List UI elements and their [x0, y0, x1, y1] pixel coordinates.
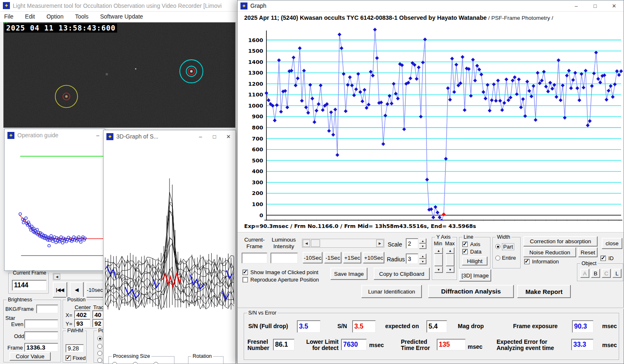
- limovie-titlebar[interactable]: ✦ Light Measurement tool for Occultation…: [0, 0, 238, 12]
- scale-input[interactable]: 2: [406, 238, 418, 249]
- scale-down-icon[interactable]: ▼: [419, 244, 426, 249]
- frame-scrollbar[interactable]: ◀: [53, 273, 106, 280]
- video-frame[interactable]: 2025 04 11 13:58:43:600: [3, 22, 235, 128]
- fwhm-value[interactable]: 9.28: [66, 344, 84, 352]
- sn-value[interactable]: 3.5: [352, 320, 376, 333]
- yaxis-min-up-icon[interactable]: ▲: [434, 247, 443, 254]
- copy-clipboard-button[interactable]: Copy to ClipBoard: [374, 268, 430, 280]
- bkg-frame-input[interactable]: [36, 305, 58, 313]
- graph-scrollbar-right-arrow-icon[interactable]: ▶: [376, 240, 384, 247]
- operation-guide-titlebar[interactable]: ✦ Operation guide –: [5, 129, 105, 141]
- yaxis-max-track[interactable]: [446, 254, 454, 266]
- save-image-button[interactable]: Save Image: [330, 268, 367, 280]
- menu-tools[interactable]: Tools: [71, 12, 93, 22]
- scale-up-icon[interactable]: ▲: [419, 238, 426, 244]
- predicted-value[interactable]: 135: [437, 339, 466, 350]
- graph-current-frame-input[interactable]: [242, 253, 267, 263]
- part-radio[interactable]: [495, 244, 500, 249]
- show-image-checkbox[interactable]: [243, 270, 248, 275]
- radius-down-icon[interactable]: ▼: [419, 259, 426, 264]
- processing-size-radio[interactable]: [153, 362, 158, 364]
- operation-guide-minimize-icon[interactable]: –: [91, 131, 105, 140]
- object-l-button[interactable]: L: [612, 269, 622, 278]
- panel-divider: [238, 308, 624, 309]
- expected-on-value[interactable]: 5.4: [426, 320, 447, 333]
- graph-maximize-icon[interactable]: □: [588, 1, 602, 10]
- menu-software-update[interactable]: Software Update: [96, 12, 147, 22]
- color-value-button[interactable]: Color Value: [9, 352, 51, 361]
- make-report-button[interactable]: Make Report: [517, 285, 571, 298]
- graph-scrollbar-left-arrow-icon[interactable]: ◀: [303, 240, 310, 247]
- even-input[interactable]: [24, 319, 58, 328]
- threed-close-icon[interactable]: ✕: [221, 132, 235, 141]
- close-graph-button[interactable]: close: [602, 238, 622, 249]
- minus-1sec-graph-button[interactable]: -1Sec: [324, 252, 341, 263]
- object-a-button[interactable]: A: [580, 269, 589, 278]
- odd-input[interactable]: [24, 331, 58, 340]
- processing-size-radio[interactable]: [112, 362, 117, 364]
- fresnel-value[interactable]: 86.1: [273, 339, 294, 350]
- graph-scrollbar[interactable]: ◀ ▶: [302, 239, 384, 248]
- pos-radio-3[interactable]: [97, 351, 102, 356]
- graph-minimize-icon[interactable]: –: [569, 1, 583, 10]
- yaxis-min-down-icon[interactable]: ▼: [434, 266, 443, 273]
- id-checkbox[interactable]: [600, 256, 606, 261]
- threed-minimize-icon[interactable]: –: [193, 132, 207, 141]
- plus-10sec-graph-button[interactable]: +10Sec: [363, 252, 384, 263]
- minus-10sec-button[interactable]: -10sec: [85, 282, 104, 298]
- object-c-button[interactable]: C: [602, 269, 611, 278]
- frame-brightness-value[interactable]: 1336.3: [24, 343, 58, 352]
- operation-guide-title: Operation guide: [17, 132, 59, 139]
- svg-text:200: 200: [252, 190, 263, 196]
- rewind-start-button[interactable]: |◀◀: [53, 282, 67, 298]
- graph-scrollbar-thumb[interactable]: [311, 240, 320, 247]
- minus-10sec-graph-button[interactable]: -10Sec: [303, 252, 323, 263]
- faint-star: [106, 73, 108, 75]
- frame-exposure-value[interactable]: 90.3: [572, 320, 593, 333]
- threed-image-button[interactable]: [3D] Image: [459, 269, 491, 282]
- graph-close-icon[interactable]: ✕: [607, 1, 621, 10]
- line-label: Line: [462, 234, 475, 240]
- y-center-value[interactable]: 93: [74, 319, 90, 327]
- noise-reduction-button[interactable]: Noise Reduction: [523, 247, 576, 257]
- fixed-checkbox[interactable]: [66, 355, 71, 361]
- entire-radio[interactable]: [495, 256, 500, 261]
- menu-edit[interactable]: Edit: [21, 12, 39, 22]
- threed-titlebar[interactable]: ✦ 3D-Graph of S... – □ ✕: [104, 130, 235, 143]
- axis-checkbox[interactable]: [462, 242, 468, 247]
- object-b-button[interactable]: B: [591, 269, 600, 278]
- yaxis-min-track[interactable]: [434, 254, 443, 266]
- data-checkbox[interactable]: [462, 249, 468, 254]
- menu-file[interactable]: File: [0, 12, 18, 22]
- lower-limit-value[interactable]: 7630: [341, 339, 367, 350]
- menu-option[interactable]: Option: [42, 12, 68, 22]
- pos-radio-4[interactable]: [97, 358, 102, 363]
- luminous-intensity-input[interactable]: [271, 253, 298, 263]
- yaxis-max-down-icon[interactable]: ▼: [446, 266, 454, 273]
- information-checkbox[interactable]: [524, 259, 530, 264]
- frame-scrollbar-left-arrow-icon[interactable]: ◀: [54, 274, 60, 279]
- plus-1sec-graph-button[interactable]: +1Sec: [343, 252, 361, 263]
- radius-input[interactable]: 3: [406, 254, 418, 264]
- correction-absorption-button[interactable]: Correction for absorption: [523, 236, 598, 247]
- threed-maximize-icon[interactable]: □: [207, 132, 221, 141]
- expected-error-value[interactable]: 33.3: [571, 339, 593, 350]
- diffraction-analysis-button[interactable]: Diffraction Analysis: [428, 285, 514, 298]
- graph-titlebar[interactable]: ✦ Graph – □ ✕: [238, 0, 624, 12]
- psf-3d-wireframe[interactable]: [104, 143, 235, 351]
- lunar-identification-button[interactable]: Lunar Identification: [361, 285, 422, 298]
- yaxis-max-up-icon[interactable]: ▲: [446, 247, 454, 254]
- pos-radio-1[interactable]: [97, 336, 102, 341]
- radius-up-icon[interactable]: ▲: [419, 254, 426, 259]
- reset-button[interactable]: Reset: [578, 247, 598, 257]
- sn-full-drop-value[interactable]: 3.5: [297, 320, 320, 333]
- step-back-button[interactable]: ◀: [70, 282, 84, 298]
- reproduce-checkbox[interactable]: [243, 277, 248, 282]
- pos-radio-2[interactable]: [97, 344, 102, 349]
- current-frame-control-label: Current-Frame: [240, 237, 269, 250]
- lightcurve-plot[interactable]: 0100200300400500600700800900100011001200…: [238, 21, 624, 221]
- hilight-button[interactable]: Hilight: [462, 256, 487, 265]
- x-center-value[interactable]: 402: [74, 310, 90, 319]
- current-frame-input[interactable]: 1144: [12, 280, 47, 291]
- processing-size-radio[interactable]: [133, 362, 138, 364]
